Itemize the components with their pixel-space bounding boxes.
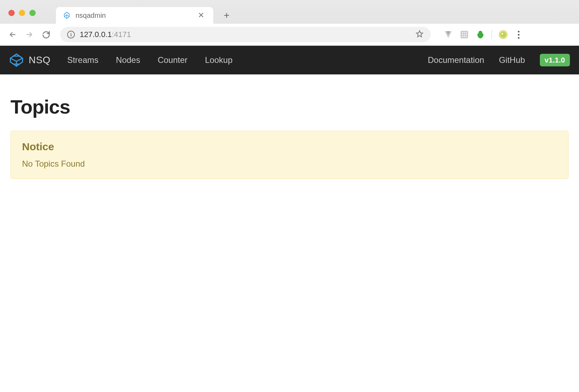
tab-favicon [63,12,71,19]
evernote-extension-icon[interactable] [476,30,485,39]
grid-extension-icon[interactable] [459,30,469,39]
browser-chrome: nsqadmin ✕ + i 127.0.0.1:4171 [0,0,579,46]
profile-extension-icon[interactable] [498,30,508,39]
reload-button[interactable] [41,29,52,40]
window-controls [8,10,36,16]
svg-point-4 [462,34,463,35]
svg-point-6 [466,34,467,35]
nav-link-github[interactable]: GitHub [499,55,525,65]
svg-point-7 [462,36,463,37]
notice-alert: Notice No Topics Found [10,131,569,179]
nav-link-nodes[interactable]: Nodes [116,55,140,65]
brand[interactable]: NSQ [9,53,50,67]
nav-right: Documentation GitHub v1.1.0 [428,54,570,66]
page-title: Topics [10,95,569,118]
url-text: 127.0.0.1:4171 [80,30,131,39]
new-tab-button[interactable]: + [213,7,240,24]
nav-link-counter[interactable]: Counter [158,55,187,65]
bookmark-star-icon[interactable] [415,30,424,39]
nav-link-documentation[interactable]: Documentation [428,55,484,65]
close-window-button[interactable] [8,10,15,16]
nsq-logo-icon [9,53,24,67]
url-host: 127.0.0.1 [80,30,112,39]
svg-point-2 [464,32,465,33]
notice-body: No Topics Found [22,159,557,169]
brand-text: NSQ [29,55,50,66]
vue-extension-icon[interactable] [443,30,453,39]
svg-point-11 [500,32,506,37]
address-bar[interactable]: i 127.0.0.1:4171 [60,27,431,42]
nav-links: Streams Nodes Counter Lookup [67,55,233,65]
svg-point-8 [464,36,465,37]
notice-title: Notice [22,141,557,153]
svg-point-12 [501,33,503,35]
browser-toolbar: i 127.0.0.1:4171 [0,24,579,45]
app-navbar: NSQ Streams Nodes Counter Lookup Documen… [0,46,579,74]
forward-button[interactable] [24,29,35,40]
page-content: Topics Notice No Topics Found [0,74,579,200]
nav-link-streams[interactable]: Streams [67,55,98,65]
nav-link-lookup[interactable]: Lookup [205,55,233,65]
maximize-window-button[interactable] [29,10,36,16]
url-port: :4171 [112,30,131,39]
browser-tab[interactable]: nsqadmin ✕ [56,7,213,24]
site-info-icon[interactable]: i [67,31,75,38]
browser-menu-button[interactable] [514,31,523,39]
svg-point-1 [462,32,463,33]
version-badge: v1.1.0 [540,54,570,66]
minimize-window-button[interactable] [19,10,25,16]
svg-point-9 [466,36,467,37]
back-button[interactable] [7,29,18,40]
tab-title: nsqadmin [76,12,196,20]
close-tab-button[interactable]: ✕ [196,11,206,20]
tab-bar: nsqadmin ✕ + [0,0,579,24]
svg-point-3 [466,32,467,33]
svg-point-5 [464,34,465,35]
extension-icons [443,30,523,39]
extension-divider [492,30,492,39]
